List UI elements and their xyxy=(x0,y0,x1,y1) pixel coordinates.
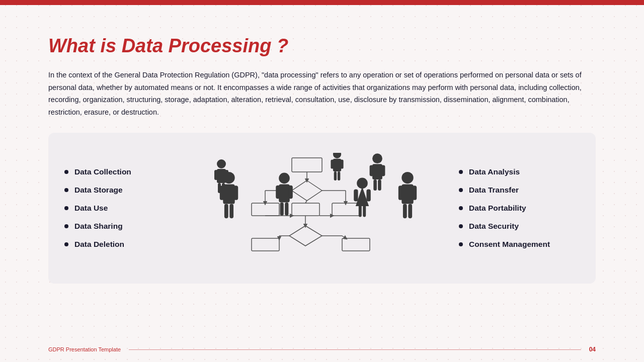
info-box: Data CollectionData StorageData UseData … xyxy=(48,133,596,284)
bullet-icon xyxy=(64,188,68,192)
svg-rect-4 xyxy=(332,203,360,216)
svg-point-39 xyxy=(333,153,341,158)
svg-point-27 xyxy=(223,171,234,183)
svg-point-33 xyxy=(279,172,290,184)
right-list-item: Data Portability xyxy=(459,204,580,213)
svg-rect-61 xyxy=(403,204,407,218)
left-list-item: Data Collection xyxy=(64,167,185,176)
list-item-label: Data Transfer xyxy=(469,186,519,195)
svg-rect-48 xyxy=(381,165,385,176)
svg-rect-34 xyxy=(279,184,290,202)
svg-rect-62 xyxy=(408,204,412,218)
bullet-icon xyxy=(64,224,68,228)
svg-rect-42 xyxy=(340,159,343,168)
list-item-label: Consent Management xyxy=(469,240,550,249)
bullet-icon xyxy=(64,206,68,210)
svg-rect-32 xyxy=(229,204,233,218)
list-item-label: Data Deletion xyxy=(74,240,124,249)
left-list-item: Data Deletion xyxy=(64,240,185,249)
right-list-item: Data Security xyxy=(459,222,580,231)
bullet-icon xyxy=(64,170,68,174)
list-item-label: Data Collection xyxy=(74,167,131,176)
right-list: Data AnalysisData TransferData Portabili… xyxy=(459,167,580,249)
svg-rect-36 xyxy=(288,185,292,198)
svg-rect-43 xyxy=(334,171,337,180)
svg-rect-60 xyxy=(412,186,417,200)
top-bar xyxy=(0,0,644,5)
left-list-item: Data Storage xyxy=(64,186,185,195)
svg-rect-29 xyxy=(220,186,224,200)
footer: GDPR Presentation Template 04 xyxy=(48,346,596,353)
list-item-label: Data Analysis xyxy=(469,167,520,176)
list-item-label: Data Use xyxy=(74,204,108,213)
svg-rect-54 xyxy=(366,189,370,201)
svg-rect-50 xyxy=(378,179,381,191)
bullet-icon xyxy=(459,242,463,246)
svg-rect-7 xyxy=(342,238,370,251)
list-item-label: Data Sharing xyxy=(74,222,123,231)
svg-rect-35 xyxy=(276,185,280,198)
left-list-item: Data Use xyxy=(64,204,185,213)
left-list-item: Data Sharing xyxy=(64,222,185,231)
main-content: What is Data Processing ? In the context… xyxy=(0,5,644,284)
bullet-icon xyxy=(64,242,68,246)
svg-rect-55 xyxy=(359,205,362,217)
footer-page: 04 xyxy=(589,346,596,353)
svg-rect-53 xyxy=(354,189,358,201)
right-list-item: Data Analysis xyxy=(459,167,580,176)
svg-rect-37 xyxy=(280,202,284,215)
description-text: In the context of the General Data Prote… xyxy=(48,69,596,119)
svg-rect-44 xyxy=(338,171,340,180)
list-item-label: Data Security xyxy=(469,222,519,231)
center-illustration xyxy=(185,148,459,268)
svg-rect-59 xyxy=(398,186,403,200)
left-list: Data CollectionData StorageData UseData … xyxy=(64,167,185,249)
svg-rect-30 xyxy=(233,186,238,200)
list-item-label: Data Storage xyxy=(74,186,123,195)
right-list-item: Consent Management xyxy=(459,240,580,249)
svg-rect-23 xyxy=(214,170,218,180)
svg-rect-31 xyxy=(224,204,228,218)
svg-rect-41 xyxy=(331,159,334,168)
svg-point-45 xyxy=(372,153,382,163)
svg-point-57 xyxy=(401,171,413,183)
svg-rect-2 xyxy=(252,203,279,216)
svg-point-21 xyxy=(217,159,226,168)
svg-rect-6 xyxy=(252,238,279,251)
list-item-label: Data Portability xyxy=(469,204,526,213)
process-illustration xyxy=(191,153,453,263)
page-title: What is Data Processing ? xyxy=(48,35,596,57)
bullet-icon xyxy=(459,224,463,228)
svg-marker-1 xyxy=(292,180,322,201)
svg-rect-3 xyxy=(292,203,319,216)
right-list-item: Data Transfer xyxy=(459,186,580,195)
svg-rect-46 xyxy=(372,164,382,179)
svg-rect-40 xyxy=(333,158,341,171)
svg-rect-38 xyxy=(285,202,288,215)
svg-marker-5 xyxy=(289,226,322,246)
footer-line xyxy=(129,349,581,350)
svg-rect-49 xyxy=(373,179,377,191)
svg-rect-56 xyxy=(363,205,366,217)
footer-label: GDPR Presentation Template xyxy=(48,346,121,352)
svg-rect-0 xyxy=(292,158,322,172)
svg-rect-58 xyxy=(401,184,413,204)
svg-rect-28 xyxy=(223,184,234,204)
bullet-icon xyxy=(459,206,463,210)
bullet-icon xyxy=(459,170,463,174)
bullet-icon xyxy=(459,188,463,192)
svg-rect-47 xyxy=(370,165,374,176)
